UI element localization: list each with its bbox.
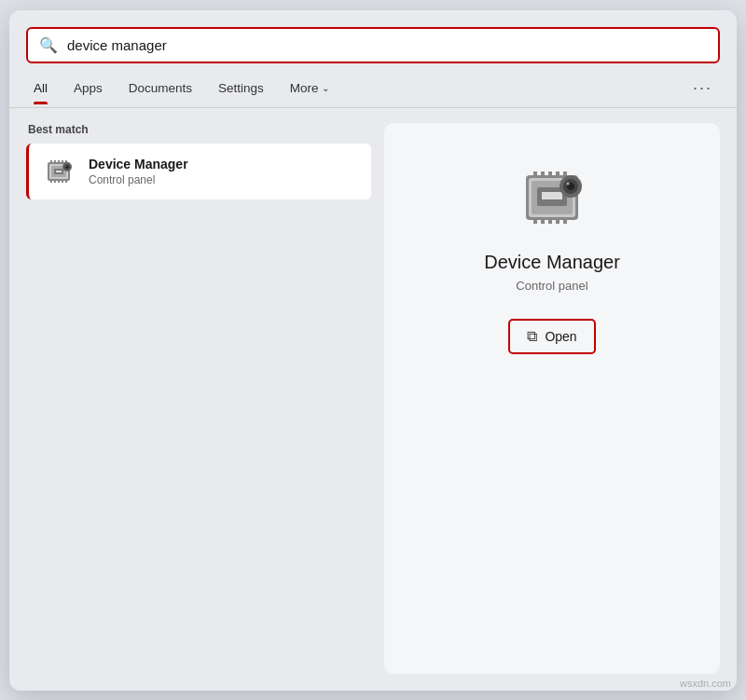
detail-sub: Control panel bbox=[516, 279, 587, 293]
search-panel: 🔍 All Apps Documents Settings More ⌄ ···… bbox=[9, 10, 737, 691]
best-match-label: Best match bbox=[26, 123, 371, 136]
chevron-down-icon: ⌄ bbox=[322, 83, 329, 93]
result-sub: Control panel bbox=[89, 173, 188, 186]
svg-rect-25 bbox=[541, 172, 545, 177]
search-bar-row: 🔍 bbox=[9, 10, 737, 63]
svg-rect-24 bbox=[533, 172, 537, 177]
tab-apps[interactable]: Apps bbox=[61, 75, 116, 104]
result-name: Device Manager bbox=[89, 157, 188, 172]
device-manager-svg-icon bbox=[42, 155, 76, 188]
result-item-device-manager[interactable]: Device Manager Control panel bbox=[26, 144, 371, 199]
tab-more[interactable]: More ⌄ bbox=[277, 75, 342, 104]
svg-rect-5 bbox=[50, 160, 52, 163]
search-input[interactable] bbox=[67, 37, 707, 53]
right-panel: Device Manager Control panel ⧉ Open bbox=[384, 123, 720, 674]
detail-device-manager-icon bbox=[515, 160, 589, 235]
svg-rect-11 bbox=[54, 180, 56, 183]
svg-rect-4 bbox=[56, 171, 62, 172]
open-label: Open bbox=[545, 329, 576, 344]
watermark: wsxdn.com bbox=[680, 678, 731, 689]
tab-settings[interactable]: Settings bbox=[205, 75, 277, 104]
svg-rect-7 bbox=[58, 160, 60, 163]
more-options-button[interactable]: ··· bbox=[685, 73, 720, 107]
svg-rect-14 bbox=[65, 180, 67, 183]
main-content: Best match bbox=[9, 108, 737, 691]
svg-rect-30 bbox=[541, 218, 545, 224]
search-bar: 🔍 bbox=[26, 27, 720, 63]
svg-rect-6 bbox=[54, 160, 56, 163]
svg-rect-32 bbox=[556, 218, 560, 224]
nav-tabs: All Apps Documents Settings More ⌄ ··· bbox=[9, 63, 737, 108]
detail-title: Device Manager bbox=[484, 252, 620, 273]
svg-rect-23 bbox=[542, 192, 562, 199]
svg-point-18 bbox=[65, 165, 66, 166]
result-item-text: Device Manager Control panel bbox=[89, 157, 188, 186]
tab-documents[interactable]: Documents bbox=[116, 75, 205, 104]
svg-rect-27 bbox=[556, 172, 560, 177]
svg-rect-10 bbox=[50, 180, 52, 183]
open-external-icon: ⧉ bbox=[527, 328, 537, 345]
svg-rect-13 bbox=[62, 180, 63, 183]
result-item-icon bbox=[40, 153, 77, 190]
left-panel: Best match bbox=[26, 123, 371, 674]
svg-rect-26 bbox=[548, 172, 552, 177]
svg-rect-31 bbox=[548, 218, 552, 224]
svg-rect-29 bbox=[533, 218, 537, 224]
svg-rect-12 bbox=[58, 180, 60, 183]
svg-rect-8 bbox=[62, 160, 63, 163]
open-button[interactable]: ⧉ Open bbox=[508, 319, 595, 354]
tab-all[interactable]: All bbox=[26, 75, 61, 104]
detail-icon bbox=[515, 160, 589, 235]
svg-point-37 bbox=[567, 182, 570, 185]
svg-rect-33 bbox=[563, 218, 567, 224]
search-icon: 🔍 bbox=[39, 36, 58, 54]
